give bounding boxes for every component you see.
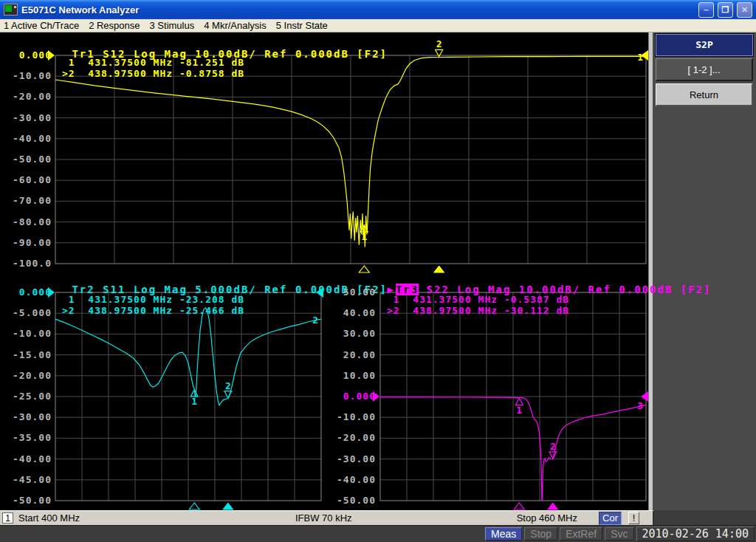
menu-mkr-analysis[interactable]: 4 Mkr/Analysis	[204, 20, 267, 31]
plot-tr3: 123	[373, 292, 648, 510]
restore-button[interactable]: ❐	[718, 2, 733, 18]
y-tick-label-tr1: -80.00	[4, 216, 52, 228]
y-tick-label-tr1: -90.00	[4, 237, 52, 249]
y-tick-label-tr1: -20.00	[4, 91, 52, 103]
alert-badge: !	[628, 512, 639, 524]
menu-stimulus[interactable]: 3 Stimulus	[150, 20, 195, 31]
start-frequency: Start 400 MHz	[18, 512, 80, 524]
y-tick-label-tr1: -60.00	[4, 174, 52, 186]
svg-text:2: 2	[550, 441, 556, 452]
y-tick-label-tr3: -50.00	[329, 495, 376, 507]
y-tick-label-tr1: -100.0	[4, 258, 52, 270]
y-tick-label-tr1: -50.00	[4, 154, 52, 165]
marker-readout-tr1: 1 431.37500 MHz -81.251 dB >2 438.97500 …	[62, 57, 244, 79]
stop-status-badge: Stop	[524, 527, 557, 541]
y-tick-label-tr3: -30.00	[329, 453, 376, 465]
svg-text:1: 1	[191, 396, 197, 407]
svc-status-badge: Svc	[605, 527, 633, 541]
y-tick-label-tr2: -15.00	[4, 349, 52, 361]
datetime-display: 2010-02-26 14:00	[636, 526, 755, 541]
softkey-return[interactable]: Return	[656, 83, 753, 106]
title-bar: E5071C Network Analyzer – ❐ ✕	[0, 0, 756, 19]
y-tick-label-tr1: -30.00	[4, 112, 52, 124]
menu-active-ch-trace[interactable]: 1 Active Ch/Trace	[4, 20, 79, 31]
meas-status-badge: Meas	[485, 527, 522, 541]
y-tick-label-tr1: -70.00	[4, 195, 52, 207]
softkey-s2p[interactable]: S2P	[656, 34, 753, 56]
channel-number: 1	[2, 512, 13, 524]
y-tick-label-tr3: -20.00	[329, 432, 376, 444]
ifbw-readout: IFBW 70 kHz	[295, 512, 352, 524]
correction-badge: Cor	[599, 512, 622, 525]
y-tick-label-tr3: 30.00	[329, 328, 376, 340]
stop-frequency: Stop 460 MHz	[517, 512, 577, 524]
channel-status-bar: 1 Start 400 MHz IFBW 70 kHz Stop 460 MHz…	[0, 510, 654, 525]
y-tick-label-tr1: 0.000	[4, 49, 52, 61]
y-tick-label-tr2: -10.00	[4, 328, 52, 340]
menu-response[interactable]: 2 Response	[89, 20, 140, 31]
svg-text:1: 1	[637, 52, 643, 63]
analyzer-screen: 121122123 ▶Tr1 S12 Log Mag 10.00dB/ Ref …	[0, 32, 648, 510]
svg-text:2: 2	[312, 315, 318, 326]
app-window: E5071C Network Analyzer – ❐ ✕ 1 Active C…	[0, 0, 756, 542]
y-tick-label-tr2: -40.00	[4, 453, 52, 465]
instrument-icon	[4, 4, 18, 16]
y-tick-label-tr3: 50.00	[329, 287, 376, 298]
window-title: E5071C Network Analyzer	[21, 4, 695, 16]
svg-text:1: 1	[361, 231, 367, 242]
svg-text:2: 2	[436, 38, 442, 49]
marker-readout-tr3: 1 431.37500 MHz -0.5387 dB >2 438.97500 …	[387, 294, 569, 316]
menu-instr-state[interactable]: 5 Instr State	[276, 20, 328, 31]
y-tick-label-tr3: 20.00	[329, 349, 376, 361]
y-tick-label-tr2: -45.00	[4, 474, 52, 486]
y-tick-label-tr3: 10.00	[329, 370, 376, 382]
svg-text:3: 3	[637, 400, 643, 411]
menu-bar: 1 Active Ch/Trace 2 Response 3 Stimulus …	[0, 19, 756, 32]
instrument-status-bar: Meas Stop ExtRef Svc 2010-02-26 14:00	[0, 525, 756, 542]
y-tick-label-tr2: -25.00	[4, 391, 52, 402]
svg-text:1: 1	[516, 405, 522, 416]
y-tick-label-tr2: -5.000	[4, 307, 52, 319]
y-tick-label-tr3: 0.000	[329, 391, 376, 402]
plot-tr2: 122	[48, 287, 323, 510]
y-tick-label-tr1: -40.00	[4, 133, 52, 145]
y-tick-label-tr3: -10.00	[329, 411, 376, 423]
marker-readout-tr2: 1 431.37500 MHz -23.208 dB >2 438.97500 …	[62, 294, 244, 316]
extref-status-badge: ExtRef	[560, 527, 602, 541]
close-button[interactable]: ✕	[737, 2, 752, 18]
svg-text:2: 2	[225, 380, 231, 391]
y-tick-label-tr2: -50.00	[4, 495, 52, 507]
y-tick-label-tr3: -40.00	[329, 474, 376, 486]
y-tick-label-tr2: 0.000	[4, 287, 52, 298]
y-tick-label-tr2: -20.00	[4, 370, 52, 382]
y-tick-label-tr3: 40.00	[329, 307, 376, 319]
y-tick-label-tr2: -35.00	[4, 432, 52, 444]
minimize-button[interactable]: –	[698, 2, 714, 18]
y-tick-label-tr2: -30.00	[4, 411, 52, 423]
status-filler	[654, 510, 756, 525]
y-tick-label-tr1: -10.00	[4, 70, 52, 82]
softkey-1-2[interactable]: [ 1-2 ]...	[656, 58, 753, 81]
